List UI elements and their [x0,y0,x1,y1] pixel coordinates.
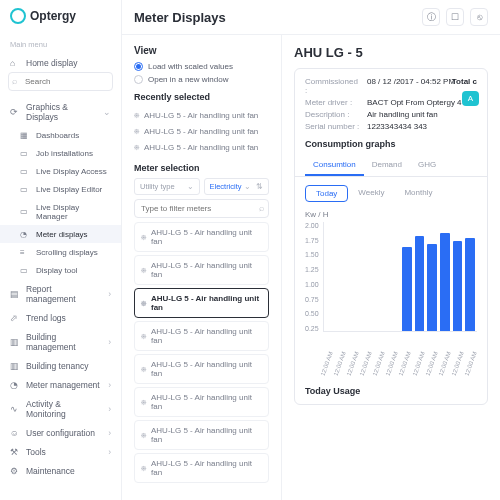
chart-bar [465,238,475,331]
chevron-right-icon: › [108,337,111,347]
gauge-icon: ◔ [20,230,30,239]
link-button[interactable]: ⎋ [470,8,488,26]
info-button[interactable]: ⓘ [422,8,440,26]
sidebar-group-report[interactable]: ▤Report management› [0,279,121,308]
meter-item[interactable]: ⎈AHU-LG 5 - Air handling unit fan [134,288,269,318]
meter-item[interactable]: ⎈AHU-LG 5 - Air handling unit fan [134,321,269,351]
y-tick: 2.00 [305,222,319,229]
sidebar-item-scrolling[interactable]: ≡Scrolling displays [0,243,121,261]
detail-panel: AHU LG - 5 Commissioned :08 / 12 /2017 -… [282,35,500,500]
graph-tabs: Consumtion Demand GHG [295,155,487,177]
add-button[interactable]: A [462,91,479,106]
logo-icon [10,8,26,24]
chart-bar [326,330,336,331]
chevron-down-icon: ⌄ [244,182,251,191]
page-title: Meter Displays [134,10,226,25]
chart-bar [440,233,450,331]
report-icon: ▤ [10,289,20,299]
tenancy-icon: ▥ [10,361,20,371]
chevron-right-icon: › [108,447,111,457]
brand-name: Optergy [30,9,76,23]
edit-icon: ▭ [20,185,30,194]
sort-icon[interactable]: ⇅ [256,182,263,191]
meter-title: AHU LG - 5 [294,45,488,60]
chart-bar [338,330,348,331]
maintenance-icon: ⚙ [10,466,20,476]
meter-item[interactable]: ⎈AHU-LG 5 - Air handling unit fan [134,453,269,483]
radio-newwindow[interactable]: Open in a new window [134,75,269,84]
today-usage-label: Today Usage [305,386,477,396]
sidebar-group-tools[interactable]: ⚒Tools› [0,442,121,461]
sidebar-group-maintenance[interactable]: ⚙Maintenance [0,461,121,480]
recent-item[interactable]: ⎈AHU-LG 5 - Air handling unit fan [134,107,269,123]
sidebar-item-meter-displays[interactable]: ◔Meter displays [0,225,121,243]
filter-input[interactable] [134,199,269,218]
y-tick: 1.75 [305,237,319,244]
sidebar-search[interactable]: ⌕ [8,72,113,91]
sidebar-home[interactable]: ⌂Home display [0,53,121,72]
meter-item[interactable]: ⎈AHU-LG 5 - Air handling unit fan [134,255,269,285]
chevron-down-icon: ⌄ [103,107,111,117]
chart-bar [453,241,463,331]
sidebar-item-dashboards[interactable]: ▦Dashboards [0,126,121,144]
meter-item[interactable]: ⎈AHU-LG 5 - Air handling unit fan [134,387,269,417]
radio-off-icon [134,75,143,84]
user-icon: ☺ [10,428,20,438]
sidebar-group-graphics[interactable]: ⟳Graphics & Displays⌄ [0,97,121,126]
bookmark-button[interactable]: ☐ [446,8,464,26]
meter-item[interactable]: ⎈AHU-LG 5 - Air handling unit fan [134,354,269,384]
tab-demand[interactable]: Demand [364,155,410,176]
consumption-chart: 2.001.751.501.251.000.750.500.25 [305,222,477,352]
filter-meters[interactable]: ⌕ [134,199,269,218]
y-tick: 0.25 [305,325,319,332]
search-input[interactable] [8,72,113,91]
sidebar-item-live-editor[interactable]: ▭Live Display Editor [0,180,121,198]
meter-item[interactable]: ⎈AHU-LG 5 - Air handling unit fan [134,222,269,252]
pin-icon: ⎈ [141,265,146,275]
recent-item[interactable]: ⎈AHU-LG 5 - Air handling unit fan [134,139,269,155]
utility-select[interactable]: Utility type⌄ [134,178,200,195]
tab-consumption[interactable]: Consumtion [305,155,364,176]
chart-bar [351,330,361,331]
range-today[interactable]: Today [305,185,348,202]
config-panel: View Load with scaled values Open in a n… [122,35,282,500]
sidebar-group-activity[interactable]: ∿Activity & Monitoring› [0,394,121,423]
pin-icon: ⎈ [141,397,146,407]
electricity-select[interactable]: Electricity⌄⇅ [204,178,270,195]
sidebar: Optergy Main menu ⌂Home display ⌕ ⟳Graph… [0,0,122,500]
wrench-icon: ⚒ [10,447,20,457]
main-content: Meter Displays ⓘ ☐ ⎋ View Load with scal… [122,0,500,500]
pin-icon: ⎈ [141,430,146,440]
sidebar-item-live-manager[interactable]: ▭Live Display Manager [0,198,121,225]
search-icon: ⌕ [259,203,264,213]
pin-icon: ⎈ [141,232,146,242]
monitor-icon: ▭ [20,167,30,176]
pin-icon: ⎈ [141,331,146,341]
tab-ghg[interactable]: GHG [410,155,444,176]
sidebar-item-live-access[interactable]: ▭Live Display Access [0,162,121,180]
pin-icon: ⎈ [134,142,139,152]
range-monthly[interactable]: Monthly [394,185,442,202]
sidebar-group-meter[interactable]: ◔Meter management› [0,375,121,394]
radio-scaled[interactable]: Load with scaled values [134,62,269,71]
recent-item[interactable]: ⎈AHU-LG 5 - Air handling unit fan [134,123,269,139]
sidebar-item-display-tool[interactable]: ▭Display tool [0,261,121,279]
sidebar-section-label: Main menu [0,34,121,53]
meter-selection-heading: Meter selection [134,163,269,173]
meter-item[interactable]: ⎈AHU-LG 5 - Air handling unit fan [134,420,269,450]
meter-card: Commissioned :08 / 12 /2017 - 04:52 PMMe… [294,68,488,405]
sidebar-item-job[interactable]: ▭Job installations [0,144,121,162]
sidebar-group-trend[interactable]: ⬀Trend logs [0,308,121,327]
sidebar-group-user[interactable]: ☺User configuration› [0,423,121,442]
pin-icon: ⎈ [141,463,146,473]
sidebar-group-building[interactable]: ▥Building management› [0,327,121,356]
recent-heading: Recently selected [134,92,269,102]
brand-logo: Optergy [0,8,121,34]
pin-icon: ⎈ [134,126,139,136]
y-tick: 0.75 [305,296,319,303]
chart-bar [376,330,386,331]
y-tick: 1.25 [305,266,319,273]
chart-bar [402,247,412,331]
range-weekly[interactable]: Weekly [348,185,394,202]
sidebar-group-tenancy[interactable]: ▥Building tenancy [0,356,121,375]
